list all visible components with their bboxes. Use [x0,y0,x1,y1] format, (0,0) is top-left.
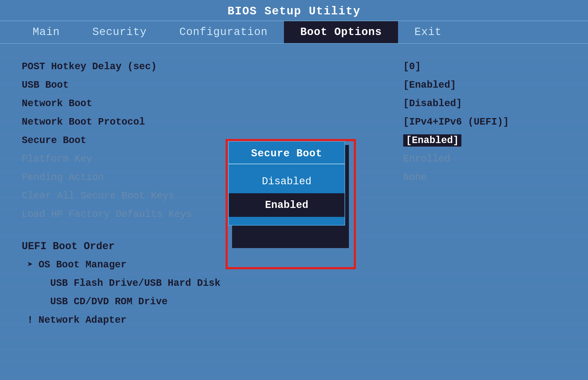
boot-order-prefix-0: ➤ [27,259,33,271]
nav-security[interactable]: Security [76,21,163,43]
nav-exit[interactable]: Exit [398,21,458,43]
value-secure-boot: [Enabled] [403,131,566,150]
popup-dialog: Secure Boot Disabled Enabled [228,141,345,226]
value-clear-boot-keys [403,186,566,205]
popup-option-enabled[interactable]: Enabled [229,193,345,217]
boot-order-os-boot-manager[interactable]: ➤ OS Boot Manager [22,255,403,274]
boot-order-network-adapter[interactable]: ! Network Adapter [22,311,403,329]
value-network-boot-protocol: [IPv4+IPv6 (UEFI)] [403,113,566,131]
boot-order-usb-flash[interactable]: USB Flash Drive/USB Hard Disk [22,274,403,292]
value-network-boot: [Disabled] [403,94,566,113]
nav-configuration[interactable]: Configuration [163,21,284,43]
nav-boot-options[interactable]: Boot Options [284,21,398,43]
popup-options: Disabled Enabled [229,164,345,225]
boot-order-label-3: Network Adapter [39,315,127,326]
setting-value-post-hotkey: [0] [403,61,421,72]
boot-order-label-2: USB CD/DVD ROM Drive [50,296,168,307]
boot-order-prefix-2 [27,296,45,307]
popup-title: Secure Boot [251,148,322,159]
setting-value-network-boot: [Disabled] [403,98,462,109]
setting-value-usb-boot: [Enabled] [403,80,456,91]
value-pending-action: None [403,168,566,186]
boot-order-label-1: USB Flash Drive/USB Hard Disk [50,278,221,289]
boot-order-prefix-3: ! [27,315,33,326]
popup-title-bar: Secure Boot [229,142,345,164]
setting-label-pending-action: Pending Action [22,172,212,183]
setting-usb-boot[interactable]: USB Boot [22,76,403,94]
title-bar: BIOS Setup Utility [0,0,588,21]
value-post-hotkey: [0] [403,57,566,76]
setting-value-pending-action: None [403,172,427,183]
nav-main[interactable]: Main [16,21,76,43]
bios-screen: BIOS Setup Utility Main Security Configu… [0,0,588,380]
setting-network-boot[interactable]: Network Boot [22,94,403,113]
setting-label-secure-boot: Secure Boot [22,135,212,146]
setting-value-network-boot-protocol: [IPv4+IPv6 (UEFI)] [403,116,509,128]
nav-bar: Main Security Configuration Boot Options… [0,21,588,44]
boot-order-label-0: OS Boot Manager [39,259,127,270]
boot-order-prefix-1 [27,278,45,289]
setting-label-network-boot: Network Boot [22,98,212,109]
value-load-hp-defaults [403,205,566,223]
setting-label-network-boot-protocol: Network Boot Protocol [22,116,212,128]
setting-label-usb-boot: USB Boot [22,80,212,91]
value-platform-key: Enrolled [403,150,566,168]
setting-post-hotkey[interactable]: POST Hotkey Delay (sec) [22,57,403,76]
setting-label-post-hotkey: POST Hotkey Delay (sec) [22,61,212,72]
value-usb-boot: [Enabled] [403,76,566,94]
setting-label-clear-boot-keys: Clear All Secure Boot Keys [22,190,212,201]
setting-value-platform-key: Enrolled [403,153,450,164]
setting-label-load-hp-defaults: Load HP Factory Defaults Keys [22,209,212,220]
setting-label-platform-key: Platform Key [22,153,212,164]
setting-value-secure-boot: [Enabled] [403,134,461,147]
bios-title: BIOS Setup Utility [227,5,361,18]
popup-overlay: Secure Boot Disabled Enabled [228,141,345,226]
boot-order-usb-cddvd[interactable]: USB CD/DVD ROM Drive [22,292,403,311]
setting-network-boot-protocol[interactable]: Network Boot Protocol [22,113,403,131]
popup-option-disabled[interactable]: Disabled [229,170,345,193]
values-column: [0] [Enabled] [Disabled] [IPv4+IPv6 (UEF… [403,57,566,329]
